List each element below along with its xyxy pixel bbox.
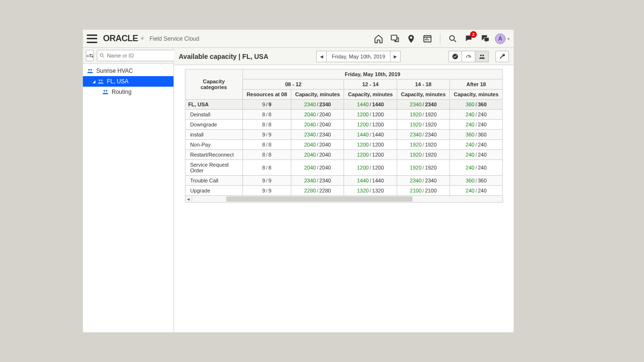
tree-item-label: FL, USA <box>107 78 128 85</box>
table-row: Non-Pay8/82040/20401200/12001920/1920240… <box>185 140 503 150</box>
cell-capacity: 1440/1440 <box>344 130 397 140</box>
sidebar-search[interactable] <box>97 50 175 61</box>
main-panel: Available capacity | FL, USA ◄ Friday, M… <box>174 48 514 332</box>
cell-capacity: 360/360 <box>450 176 503 186</box>
cell-capacity: 1920/1920 <box>397 110 449 120</box>
cell-capacity: 1920/1920 <box>397 150 449 160</box>
svg-point-6 <box>91 69 92 71</box>
cell-capacity: 2340/2340 <box>397 130 449 140</box>
cell-capacity: 2100/2100 <box>397 186 449 196</box>
date-next-button[interactable]: ► <box>390 51 401 62</box>
laptop-base <box>34 332 563 343</box>
cell-capacity: 2040/2040 <box>291 160 344 176</box>
cell-capacity: 1920/1920 <box>397 120 449 130</box>
topbar: ORACLE ® Field Service Cloud 2 <box>83 30 514 48</box>
map-pin-icon[interactable] <box>404 32 418 45</box>
cell-capacity: 2340/2340 <box>397 100 449 110</box>
resource-tree: Sunrise HVAC ◢ FL, USA Routing <box>83 64 173 97</box>
brand-logo: ORACLE <box>103 34 138 44</box>
row-label: install <box>185 130 242 140</box>
chat-icon[interactable] <box>479 32 492 45</box>
cell-capacity: 1440/1440 <box>344 176 397 186</box>
cell-capacity: 360/360 <box>450 100 503 110</box>
expand-icon: ◢ <box>92 79 95 84</box>
svg-point-1 <box>395 40 396 41</box>
cell-capacity: 360/360 <box>450 130 503 140</box>
tree-item-fl-usa[interactable]: ◢ FL, USA <box>83 76 173 87</box>
row-label: Restart/Reconnect <box>185 150 242 160</box>
search-icon <box>99 53 105 58</box>
row-label: Downgrade <box>185 120 242 130</box>
col-header-date: Friday, May 10th, 2019 <box>242 69 503 79</box>
cell-capacity: 1200/1200 <box>344 110 397 120</box>
home-icon[interactable] <box>372 32 385 45</box>
col-subheader-capacity: Capacity, minutes <box>291 90 344 100</box>
cell-capacity: 240/240 <box>450 186 503 196</box>
tree-item-label: Sunrise HVAC <box>96 68 133 74</box>
horizontal-scrollbar[interactable]: ◄ <box>185 196 503 203</box>
cell-capacity: 1200/1200 <box>344 120 397 130</box>
view-switcher <box>448 51 489 62</box>
cell-resources: 8/8 <box>242 160 291 176</box>
sidebar-search-input[interactable] <box>107 53 173 58</box>
avatar: A <box>495 34 506 44</box>
svg-point-7 <box>99 79 101 81</box>
row-label: Trouble Call <box>185 176 242 186</box>
menu-icon[interactable] <box>87 34 97 43</box>
cell-capacity: 1200/1200 <box>344 160 397 176</box>
date-label-button[interactable]: Friday, May 10th, 2019 <box>327 51 390 62</box>
sidebar: «⇆ Sunrise HVAC ◢ <box>83 48 174 332</box>
table-row: Upgrade9/92280/22801320/13202100/2100240… <box>185 186 503 196</box>
col-subheader-capacity: Capacity, minutes <box>397 90 449 100</box>
notifications-icon[interactable]: 2 <box>462 32 476 45</box>
date-prev-button[interactable]: ◄ <box>316 51 327 62</box>
row-label: Upgrade <box>185 186 242 196</box>
col-header-bucket: 08 - 12 <box>242 79 344 90</box>
support-icon[interactable] <box>388 32 402 45</box>
cell-resources: 9/9 <box>242 176 291 186</box>
svg-rect-0 <box>391 35 397 40</box>
product-name: Field Service Cloud <box>150 35 199 42</box>
scroll-left-icon[interactable]: ◄ <box>185 197 192 202</box>
cell-resources: 9/9 <box>242 100 291 110</box>
dashboard-icon[interactable] <box>421 32 434 45</box>
view-people-button[interactable] <box>475 51 489 62</box>
search-icon[interactable] <box>446 32 460 45</box>
user-menu[interactable]: A ▾ <box>495 34 510 44</box>
settings-button[interactable] <box>495 51 509 62</box>
org-icon <box>87 68 93 74</box>
subheader: Available capacity | FL, USA ◄ Friday, M… <box>174 48 514 65</box>
col-header-categories: Capacity categories <box>185 69 242 100</box>
cell-capacity: 240/240 <box>450 140 503 150</box>
table-row: Service Request Order8/82040/20401200/12… <box>185 160 503 176</box>
svg-point-13 <box>482 54 484 56</box>
svg-point-12 <box>480 54 482 56</box>
collapse-tree-button[interactable]: «⇆ <box>86 50 94 61</box>
cell-capacity: 2340/2340 <box>397 176 449 186</box>
row-label: Non-Pay <box>185 140 242 150</box>
chevron-down-icon: ▾ <box>507 36 510 41</box>
svg-point-5 <box>88 69 90 71</box>
notification-badge: 2 <box>470 31 477 38</box>
view-check-button[interactable] <box>448 51 462 62</box>
view-gauge-button[interactable] <box>462 51 475 62</box>
cell-capacity: 1920/1920 <box>397 140 449 150</box>
cell-capacity: 1440/1440 <box>344 100 397 110</box>
cell-capacity: 2040/2040 <box>291 150 344 160</box>
table-row: Restart/Reconnect8/82040/20401200/120019… <box>185 150 503 160</box>
cell-capacity: 1320/1320 <box>344 186 397 196</box>
col-header-bucket: After 18 <box>450 79 503 90</box>
cell-capacity: 2040/2040 <box>291 140 344 150</box>
tree-item-routing[interactable]: Routing <box>83 87 173 97</box>
cell-capacity: 240/240 <box>450 150 503 160</box>
table-row: Trouble Call9/92340/23401440/14402340/23… <box>185 176 503 186</box>
svg-point-3 <box>449 35 454 40</box>
tree-item-sunrise-hvac[interactable]: Sunrise HVAC <box>83 66 173 76</box>
table-row: Deinstall8/82040/20401200/12001920/19202… <box>185 110 503 120</box>
date-navigator: ◄ Friday, May 10th, 2019 ► <box>316 51 401 62</box>
cell-capacity: 2340/2340 <box>291 176 344 186</box>
cell-capacity: 240/240 <box>450 160 503 176</box>
topbar-divider <box>440 34 440 44</box>
cell-resources: 8/8 <box>242 150 291 160</box>
tree-item-label: Routing <box>112 89 131 95</box>
